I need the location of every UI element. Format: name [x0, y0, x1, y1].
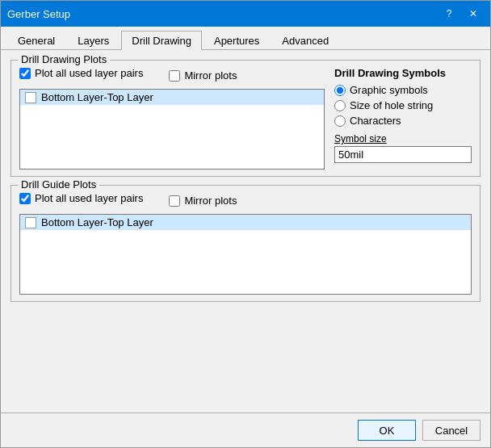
guide-layer-label: Bottom Layer-Top Layer — [41, 216, 153, 228]
title-bar-controls: ? ✕ — [439, 5, 484, 23]
tab-apertures[interactable]: Apertures — [204, 31, 270, 50]
layer-checkbox-cell — [25, 92, 36, 103]
graphic-symbols-row: Graphic symbols — [334, 84, 472, 96]
characters-row: Characters — [334, 115, 472, 127]
drill-guide-layer-list[interactable]: Bottom Layer-Top Layer — [19, 214, 472, 295]
gerber-setup-window: Gerber Setup ? ✕ General Layers Drill Dr… — [0, 0, 491, 448]
main-content: Drill Drawing Plots Plot all used layer … — [1, 50, 490, 412]
ok-button[interactable]: OK — [358, 420, 416, 441]
drill-drawing-plots-top: Plot all used layer pairs Mirror plots B… — [19, 67, 472, 170]
drill-symbols-title: Drill Drawing Symbols — [334, 67, 472, 79]
guide-plot-all-layers-row: Plot all used layer pairs — [19, 192, 143, 204]
mirror-plots-checkbox[interactable] — [169, 70, 180, 82]
layer-label: Bottom Layer-Top Layer — [41, 91, 153, 103]
cancel-button[interactable]: Cancel — [422, 420, 481, 441]
symbol-radio-group: Graphic symbols Size of hole string Char… — [334, 84, 472, 127]
window-title: Gerber Setup — [7, 8, 70, 20]
guide-layer-item[interactable]: Bottom Layer-Top Layer — [20, 215, 471, 230]
plot-all-layers-label: Plot all used layer pairs — [35, 67, 143, 79]
plot-all-layers-checkbox[interactable] — [19, 68, 31, 79]
size-hole-string-radio[interactable] — [334, 100, 346, 111]
plot-all-layers-row: Plot all used layer pairs — [19, 67, 143, 79]
drill-drawing-symbols: Drill Drawing Symbols Graphic symbols Si… — [334, 67, 472, 170]
drill-guide-plots-legend: Drill Guide Plots — [18, 178, 99, 191]
guide-layer-checkbox-cell — [25, 217, 36, 228]
tab-bar: General Layers Drill Drawing Apertures A… — [1, 27, 490, 50]
tab-general[interactable]: General — [7, 31, 65, 50]
help-button[interactable]: ? — [439, 5, 460, 23]
drill-drawing-plots-group: Drill Drawing Plots Plot all used layer … — [10, 60, 481, 177]
drill-drawing-layer-list[interactable]: Bottom Layer-Top Layer — [19, 89, 325, 170]
drill-drawing-plots-legend: Drill Drawing Plots — [18, 53, 110, 65]
title-bar: Gerber Setup ? ✕ — [1, 1, 490, 27]
guide-mirror-plots-label: Mirror plots — [184, 195, 237, 207]
drill-guide-plots-group: Drill Guide Plots Plot all used layer pa… — [10, 185, 481, 302]
tab-drill-drawing[interactable]: Drill Drawing — [121, 31, 202, 50]
drill-guide-plots-content: Plot all used layer pairs Mirror plots B… — [19, 192, 472, 295]
symbol-size-label: Symbol size — [334, 133, 472, 144]
tab-advanced[interactable]: Advanced — [271, 31, 339, 50]
size-hole-string-label: Size of hole string — [350, 99, 433, 111]
guide-plot-all-layers-checkbox[interactable] — [19, 193, 31, 204]
drill-drawing-plots-left: Plot all used layer pairs Mirror plots B… — [19, 67, 325, 170]
guide-mirror-plots-row: Mirror plots — [169, 195, 237, 207]
characters-radio[interactable] — [334, 115, 346, 127]
guide-mirror-plots-checkbox[interactable] — [169, 195, 180, 207]
graphic-symbols-radio[interactable] — [334, 85, 346, 96]
title-bar-left: Gerber Setup — [7, 8, 70, 20]
symbol-size-input[interactable] — [334, 146, 472, 163]
layer-item[interactable]: Bottom Layer-Top Layer — [20, 90, 324, 105]
footer: OK Cancel — [1, 412, 490, 447]
guide-plot-all-layers-label: Plot all used layer pairs — [35, 192, 143, 204]
size-hole-string-row: Size of hole string — [334, 99, 472, 111]
mirror-plots-label: Mirror plots — [184, 69, 237, 82]
tab-layers[interactable]: Layers — [67, 31, 120, 50]
mirror-plots-row: Mirror plots — [169, 69, 237, 82]
graphic-symbols-label: Graphic symbols — [350, 84, 428, 96]
characters-label: Characters — [350, 115, 401, 127]
close-button[interactable]: ✕ — [463, 5, 484, 23]
